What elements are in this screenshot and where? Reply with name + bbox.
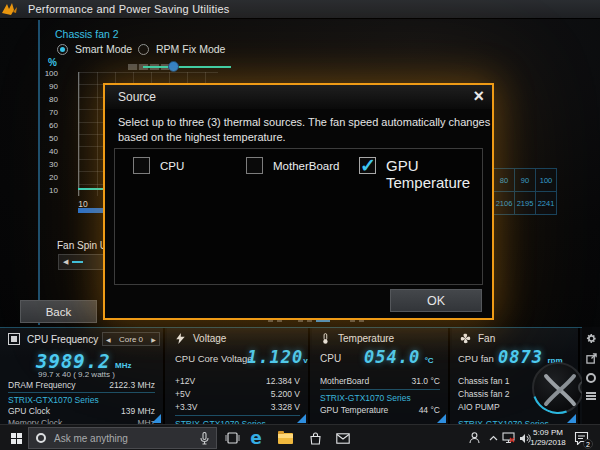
page-indicator[interactable] (298, 320, 303, 322)
axis-tick: 90 (30, 82, 58, 91)
cpu-frequency-section: CPU Frequency ◀ Core 0 ▶ 3989.2 MHz 99.7… (0, 328, 165, 425)
export-window-icon[interactable] (586, 353, 597, 364)
notification-badge: 2 (583, 439, 593, 449)
cpu-fan-label: CPU fan (458, 353, 494, 364)
stepper-left-arrow-icon[interactable]: ◀ (63, 258, 68, 266)
axis-tick: 80 (30, 95, 58, 104)
expand-corner-icon[interactable] (297, 414, 306, 423)
fan-wheel-graphic[interactable] (532, 362, 584, 414)
mail-button[interactable] (331, 425, 355, 450)
page-indicator[interactable] (350, 320, 355, 322)
action-center-button[interactable]: 2 (569, 425, 593, 450)
source-dialog: Source × Select up to three (3) thermal … (103, 83, 494, 320)
slider-handle[interactable] (168, 61, 179, 72)
tuf-logo-icon (1, 1, 23, 17)
radio-selected-icon[interactable] (57, 44, 68, 55)
section-title: CPU Frequency (27, 334, 98, 345)
fan-item: Chassis fan 2 (458, 389, 510, 399)
axis-tick: 30 (30, 160, 58, 169)
table-cell-rpm: 2106 (494, 192, 515, 215)
option-cpu[interactable]: CPU (133, 157, 184, 174)
option-gpu-temperature[interactable]: ✓ GPU Temperature (359, 157, 496, 191)
edge-button[interactable]: e (245, 425, 267, 450)
radio-unselected-icon[interactable] (138, 44, 149, 55)
axis-tick: 50 (30, 134, 58, 143)
rail-label: +5V (175, 389, 190, 399)
section-title: Temperature (338, 333, 394, 344)
rail-value: 3.328 V (271, 402, 300, 412)
page-indicator[interactable] (307, 320, 312, 322)
record-circle-icon[interactable] (586, 373, 596, 383)
gpu-temp-label: GPU Temperature (320, 405, 388, 415)
network-disconnected-icon (502, 432, 515, 444)
axis-tick: 10 (30, 186, 58, 195)
selector-next-icon[interactable]: ▶ (151, 336, 156, 343)
selector-value: Core 0 (119, 335, 143, 344)
cpu-temp-label: CPU (320, 353, 341, 364)
folder-icon (278, 433, 293, 444)
motherboard-temp-value: 31.0 °C (412, 376, 440, 386)
back-button[interactable]: Back (20, 300, 97, 323)
cpu-temp-value: 054.0 (364, 347, 420, 367)
window-title: Performance and Power Saving Utilities (28, 3, 229, 15)
axis-tick: 60 (30, 121, 58, 130)
menu-icon[interactable] (586, 392, 596, 400)
checkbox-unchecked[interactable] (133, 157, 150, 174)
page-title: Chassis fan 2 (55, 28, 119, 40)
fan-spin-up-stepper[interactable]: ◀ (58, 254, 106, 270)
cpu-core-voltage-value: 1.120 (247, 347, 303, 367)
expand-corner-icon[interactable] (437, 414, 446, 423)
close-icon[interactable]: × (473, 85, 484, 107)
start-button[interactable] (8, 425, 25, 450)
gpu-series-label: STRIX-GTX1070 Series (320, 393, 411, 403)
tray-expand-button[interactable] (486, 425, 500, 450)
network-tray-button[interactable] (500, 425, 517, 450)
table-cell-rpm: 2241 (536, 192, 557, 215)
section-title: Fan (478, 333, 495, 344)
option-motherboard[interactable]: MotherBoard (246, 157, 339, 174)
microphone-icon[interactable] (200, 432, 209, 445)
file-explorer-button[interactable] (273, 425, 297, 450)
windows-logo-icon (11, 433, 22, 444)
cpu-frequency-unit: MHz (115, 361, 131, 370)
page-indicator[interactable] (359, 320, 364, 322)
smart-mode-radio[interactable]: Smart Mode (57, 43, 132, 55)
page-indicator-active[interactable] (316, 320, 330, 322)
people-tray-button[interactable] (464, 425, 484, 450)
selector-prev-icon[interactable]: ◀ (106, 336, 111, 343)
voltage-bolt-icon (175, 333, 186, 344)
rail-label: +12V (175, 376, 195, 386)
cpu-temp-unit: °C (425, 356, 434, 365)
rpm-fix-mode-radio[interactable]: RPM Fix Mode (138, 43, 225, 55)
gpu-clock-label: GPU Clock (8, 406, 50, 416)
fan-item: AIO PUMP (458, 402, 500, 412)
top-slider-line (143, 66, 231, 68)
fan-icon (460, 333, 471, 344)
dram-frequency-value: 2122.3 MHz (109, 380, 155, 390)
task-view-button[interactable] (221, 425, 243, 450)
checkbox-checked[interactable]: ✓ (359, 157, 376, 174)
table-cell-temp: 100 (536, 169, 557, 192)
checkmark-icon: ✓ (360, 154, 376, 177)
thermal-source-options: CPU MotherBoard ✓ GPU Temperature (114, 148, 483, 285)
expand-corner-icon[interactable] (152, 414, 161, 423)
search-placeholder: Ask me anything (54, 433, 200, 444)
page-indicator[interactable] (268, 320, 273, 322)
checkbox-unchecked[interactable] (246, 157, 263, 174)
store-button[interactable] (303, 425, 327, 450)
gpu-series-label: STRIX-GTX1070 Series (8, 395, 99, 405)
page-indicator[interactable] (277, 320, 282, 322)
clock-date: 1/29/2018 (525, 438, 571, 448)
core-selector[interactable]: ◀ Core 0 ▶ (102, 332, 160, 346)
dram-frequency-label: DRAM Frequency (8, 380, 76, 390)
rail-value: 5.200 V (271, 389, 300, 399)
tray-clock[interactable]: 5:09 PM 1/29/2018 (528, 425, 568, 450)
mail-envelope-icon (336, 433, 350, 444)
settings-gear-icon[interactable] (586, 333, 597, 344)
motherboard-temp-label: MotherBoard (320, 376, 369, 386)
axis-unit-label: % (48, 57, 57, 68)
table-cell-temp: 80 (494, 169, 515, 192)
ok-button[interactable]: OK (390, 289, 482, 312)
search-input[interactable]: Ask me anything (28, 427, 217, 449)
table-cell-temp: 90 (515, 169, 536, 192)
